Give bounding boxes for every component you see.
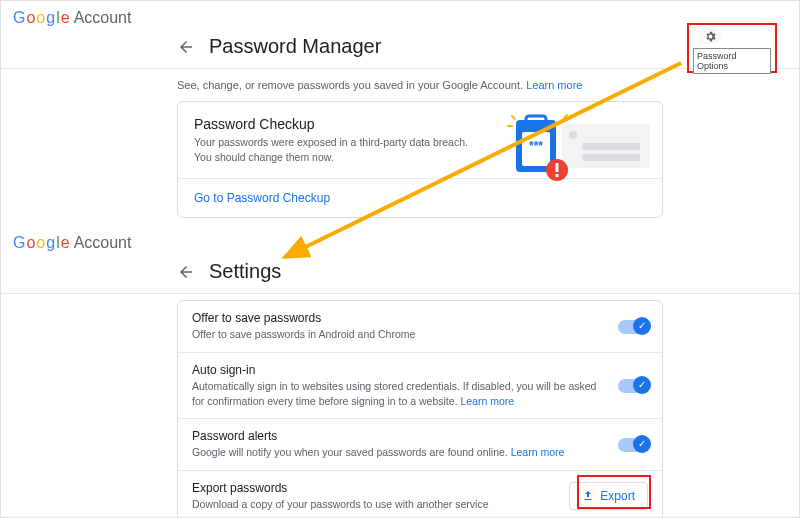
learn-more-link[interactable]: Learn more — [460, 395, 514, 407]
page-title: Settings — [209, 260, 281, 283]
upload-icon — [582, 490, 594, 502]
setting-auto-signin: Auto sign-in Automatically sign in to we… — [178, 353, 662, 419]
setting-password-alerts: Password alerts Google will notify you w… — [178, 419, 662, 471]
gear-icon — [704, 30, 717, 43]
password-options-button[interactable] — [699, 29, 721, 44]
svg-rect-2 — [582, 143, 640, 150]
toggle-password-alerts[interactable] — [618, 438, 648, 452]
password-options-tooltip: Password Options — [693, 48, 771, 74]
export-button[interactable]: Export — [569, 482, 648, 510]
svg-rect-3 — [582, 154, 640, 161]
annotation-highlight-gear: Password Options — [687, 23, 777, 73]
back-icon[interactable] — [177, 38, 195, 56]
page-title: Password Manager — [209, 35, 381, 58]
password-manager-section: G o o g l e Account Password Options Pas… — [1, 1, 799, 218]
toggle-offer-save[interactable] — [618, 320, 648, 334]
setting-export: Export passwords Download a copy of your… — [178, 471, 662, 518]
checkup-desc: Your passwords were exposed in a third-p… — [194, 135, 474, 164]
password-checkup-card: Password Checkup Your passwords were exp… — [177, 101, 663, 218]
settings-section: G o o g l e Account Settings Offer to sa… — [1, 226, 799, 518]
settings-list: Offer to save passwords Offer to save pa… — [177, 300, 663, 518]
account-label: Account — [74, 234, 132, 252]
learn-more-link[interactable]: Learn more — [526, 79, 582, 91]
learn-more-link[interactable]: Learn more — [511, 446, 565, 458]
svg-point-1 — [569, 131, 577, 139]
svg-rect-9 — [556, 163, 559, 172]
google-account-logo: G o o g l e Account — [1, 226, 799, 258]
google-account-logo: G o o g l e Account — [1, 1, 799, 33]
back-icon[interactable] — [177, 263, 195, 281]
setting-offer-save: Offer to save passwords Offer to save pa… — [178, 301, 662, 353]
svg-text:***: *** — [529, 139, 543, 153]
page-description: See, change, or remove passwords you sav… — [177, 69, 663, 101]
toggle-auto-signin[interactable] — [618, 379, 648, 393]
svg-rect-10 — [556, 174, 559, 177]
checkup-illustration: *** — [472, 112, 662, 192]
account-label: Account — [74, 9, 132, 27]
